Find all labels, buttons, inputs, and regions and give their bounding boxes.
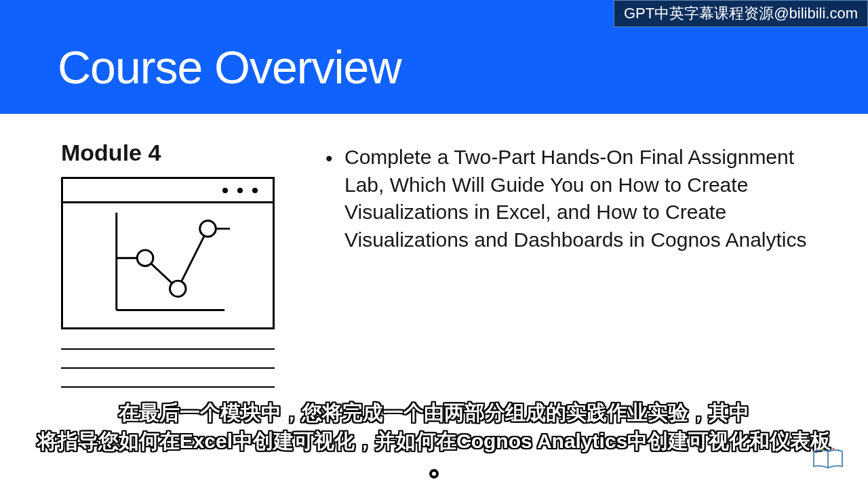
module-heading: Module 4 (61, 140, 278, 166)
window-control-dot (252, 188, 258, 193)
bullet-text: Complete a Two-Part Hands-On Final Assig… (344, 144, 810, 253)
bullet-list: Complete a Two-Part Hands-On Final Assig… (326, 144, 810, 253)
window-control-dot (237, 188, 243, 193)
module-illustration-column: Module 4 (61, 140, 278, 405)
book-logo-icon (812, 446, 844, 470)
window-control-dot (222, 188, 228, 193)
window-title-bar (63, 179, 273, 203)
caption-placeholder-lines (61, 348, 278, 388)
svg-point-8 (837, 449, 840, 451)
record-indicator-icon (429, 469, 439, 479)
subtitle-overlay: 在最后一个模块中，您将完成一个由两部分组成的实践作业实验，其中 将指导您如何在E… (0, 399, 868, 455)
page-title: Course Overview (58, 41, 868, 94)
svg-point-6 (827, 447, 829, 449)
bullet-marker-icon (326, 144, 344, 173)
svg-point-7 (833, 448, 835, 450)
chart-body (63, 203, 273, 327)
placeholder-line (61, 348, 275, 350)
subtitle-line-2: 将指导您如何在Excel中创建可视化，并如何在Cognos Analytics中… (27, 427, 841, 455)
subtitle-line-1: 在最后一个模块中，您将完成一个由两部分组成的实践作业实验，其中 (27, 399, 841, 427)
placeholder-line (61, 386, 275, 388)
chart-window-illustration (61, 177, 275, 329)
bullet-item: Complete a Two-Part Hands-On Final Assig… (326, 144, 810, 253)
placeholder-line (61, 367, 275, 369)
svg-point-5 (822, 448, 824, 450)
line-chart-icon (63, 203, 273, 327)
watermark-overlay: GPT中英字幕课程资源@bilibili.com (614, 0, 868, 27)
svg-point-4 (200, 221, 216, 237)
svg-point-3 (170, 281, 186, 297)
svg-point-2 (137, 250, 153, 266)
module-description-column: Complete a Two-Part Hands-On Final Assig… (326, 140, 810, 405)
content-area: Module 4 (0, 114, 868, 405)
